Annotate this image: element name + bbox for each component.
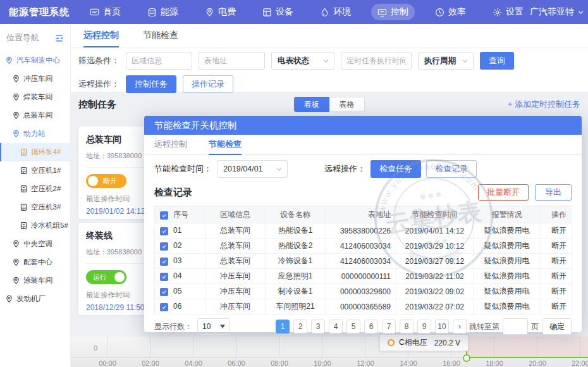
search-button[interactable]: 查询 bbox=[480, 52, 514, 70]
page-2-button[interactable]: 2 bbox=[293, 320, 307, 333]
record-row: 05冲压车间制冷设备10000003296002019/03/22 09:02疑… bbox=[155, 284, 572, 299]
toggle-state-label: 断开 bbox=[103, 177, 117, 186]
sidebar-item-label: 空压机2# bbox=[31, 184, 61, 194]
add-timed-task-link[interactable]: + 添加定时控制任务 bbox=[508, 99, 580, 110]
control-task-button[interactable]: 控制任务 bbox=[126, 75, 176, 93]
nav-item-label: 设置 bbox=[506, 6, 524, 18]
row-checkbox[interactable] bbox=[160, 288, 168, 296]
check-date-select[interactable]: 2019/04/01 bbox=[217, 160, 288, 178]
rows-per-page-select[interactable]: 10 bbox=[197, 318, 230, 335]
nav-item-efficiency[interactable]: 效率 bbox=[429, 4, 472, 20]
sidebar-item-label: 循环泵4# bbox=[31, 147, 61, 157]
page-5-button[interactable]: 5 bbox=[346, 320, 360, 333]
nav-item-home[interactable]: 首页 bbox=[83, 4, 127, 20]
nav-item-device[interactable]: 设备 bbox=[256, 4, 300, 20]
tenant-menu[interactable]: 广汽菲亚特 bbox=[530, 6, 584, 18]
sidebar-item-4[interactable]: 动力站 bbox=[0, 125, 70, 143]
disconnect-link[interactable]: 断开 bbox=[541, 284, 572, 299]
nav-item-env[interactable]: 环境 bbox=[314, 4, 357, 20]
alarm-link[interactable]: 疑似浪费用电 bbox=[474, 269, 541, 284]
voltage-chart: 0 00:0002:0004:0006:0008:0010:0012:0014:… bbox=[71, 337, 588, 367]
sidebar-item-label: 动力站 bbox=[23, 129, 46, 139]
table-view-button[interactable]: 表格 bbox=[329, 97, 365, 112]
meter-address-input[interactable] bbox=[199, 52, 265, 70]
sidebar-item-5[interactable]: 循环泵4# bbox=[0, 143, 70, 161]
power-toggle-off[interactable]: 断开 bbox=[86, 174, 126, 188]
location-pin-icon bbox=[12, 240, 20, 248]
check-task-button[interactable]: 检查任务 bbox=[371, 160, 421, 178]
location-pin-icon bbox=[5, 56, 13, 65]
alarm-link[interactable]: 疑似浪费用电 bbox=[474, 284, 541, 299]
batch-disconnect-button[interactable]: 批量断开 bbox=[478, 184, 529, 201]
sidebar-item-2[interactable]: 焊装车间 bbox=[0, 88, 70, 106]
nav-item-energy[interactable]: 能源 bbox=[141, 4, 185, 20]
row-checkbox[interactable] bbox=[160, 303, 168, 311]
nav-item-control[interactable]: 控制 bbox=[371, 4, 415, 20]
sidebar-item-10[interactable]: 中央空调 bbox=[0, 235, 70, 253]
page-8-button[interactable]: 8 bbox=[400, 320, 413, 333]
export-button[interactable]: 导出 bbox=[535, 184, 572, 201]
operation-record-button[interactable]: 操作记录 bbox=[183, 75, 233, 93]
nav-item-settings[interactable]: 设置 bbox=[486, 4, 530, 20]
sidebar-item-0[interactable]: 汽车制造中心 bbox=[0, 51, 70, 70]
app-root: 能源管理系统 首页能源电费设备环境控制效率设置 广汽菲亚特 位置导航 汽车制造中… bbox=[0, 0, 588, 367]
page-suffix: 页 bbox=[531, 321, 539, 332]
sidebar-item-13[interactable]: 发动机厂 bbox=[0, 290, 70, 308]
disconnect-link[interactable]: 断开 bbox=[541, 269, 572, 284]
region-input[interactable] bbox=[126, 52, 192, 70]
row-checkbox[interactable] bbox=[160, 273, 168, 281]
main-tab-0[interactable]: 远程控制 bbox=[83, 24, 119, 47]
sidebar-item-7[interactable]: 空压机2# bbox=[0, 180, 70, 198]
row-checkbox[interactable] bbox=[160, 227, 168, 235]
page-10-button[interactable]: 10 bbox=[435, 320, 449, 333]
nav-item-label: 环境 bbox=[333, 6, 351, 18]
page-7-button[interactable]: 7 bbox=[382, 320, 396, 333]
task-time-input[interactable] bbox=[341, 52, 412, 70]
nav-item-fee[interactable]: 电费 bbox=[199, 4, 242, 20]
power-toggle-on[interactable]: 运行 bbox=[86, 270, 126, 284]
disconnect-link[interactable]: 断开 bbox=[541, 239, 572, 254]
control-task-section: 控制任务 看板 表格 + 添加定时控制任务 bbox=[71, 92, 588, 116]
next-page-button[interactable]: › bbox=[453, 320, 467, 333]
page-6-button[interactable]: 6 bbox=[364, 320, 378, 333]
sidebar-item-12[interactable]: 涂装车间 bbox=[0, 271, 70, 290]
x-axis-tick: 22:00 bbox=[572, 359, 588, 367]
modal-tab-0[interactable]: 远程控制 bbox=[154, 135, 187, 155]
page-1-button[interactable]: 1 bbox=[276, 320, 290, 333]
env-icon bbox=[320, 8, 329, 17]
app-title: 能源管理系统 bbox=[9, 6, 70, 18]
disconnect-link[interactable]: 断开 bbox=[541, 223, 572, 239]
modal-tab-1[interactable]: 节能检查 bbox=[209, 135, 242, 155]
tenant-name: 广汽菲亚特 bbox=[530, 6, 574, 18]
collapse-sidebar-icon[interactable] bbox=[54, 34, 64, 43]
sidebar-item-11[interactable]: 配套中心 bbox=[0, 253, 70, 271]
sidebar-item-3[interactable]: 总装车间 bbox=[0, 106, 70, 125]
chevron-down-icon bbox=[276, 166, 283, 173]
x-axis-tick: 14:00 bbox=[400, 359, 417, 367]
meter-status-select[interactable]: 电表状态 bbox=[271, 52, 334, 70]
sidebar-item-6[interactable]: 空压机1# bbox=[0, 161, 70, 180]
jump-page-input[interactable] bbox=[503, 318, 528, 335]
sidebar-item-8[interactable]: 空压机3# bbox=[0, 198, 70, 216]
main-tab-1[interactable]: 节能检查 bbox=[143, 24, 178, 47]
exec-cycle-select[interactable]: 执行周期 bbox=[418, 52, 474, 70]
alarm-link[interactable]: 疑似浪费用电 bbox=[474, 239, 541, 254]
sidebar-item-9[interactable]: 冷水机组5# bbox=[0, 216, 70, 235]
select-all-checkbox[interactable] bbox=[160, 211, 168, 220]
row-checkbox[interactable] bbox=[160, 242, 168, 251]
check-time-label: 节能检查时间： bbox=[154, 163, 212, 175]
disconnect-link[interactable]: 断开 bbox=[541, 299, 572, 314]
alarm-link[interactable]: 疑似浪费用电 bbox=[474, 254, 541, 269]
confirm-button[interactable]: 确定 bbox=[542, 318, 572, 335]
page-3-button[interactable]: 3 bbox=[311, 320, 325, 333]
chevron-down-icon bbox=[577, 9, 584, 16]
disconnect-link[interactable]: 断开 bbox=[541, 254, 572, 269]
alarm-link[interactable]: 疑似浪费用电 bbox=[474, 299, 541, 314]
alarm-link[interactable]: 疑似浪费用电 bbox=[474, 223, 541, 239]
page-4-button[interactable]: 4 bbox=[329, 320, 343, 333]
sidebar-item-1[interactable]: 冲压车间 bbox=[0, 70, 70, 88]
check-record-button[interactable]: 检查记录 bbox=[426, 160, 477, 178]
row-checkbox[interactable] bbox=[160, 258, 168, 266]
board-view-button[interactable]: 看板 bbox=[294, 97, 329, 112]
page-9-button[interactable]: 9 bbox=[417, 320, 431, 333]
